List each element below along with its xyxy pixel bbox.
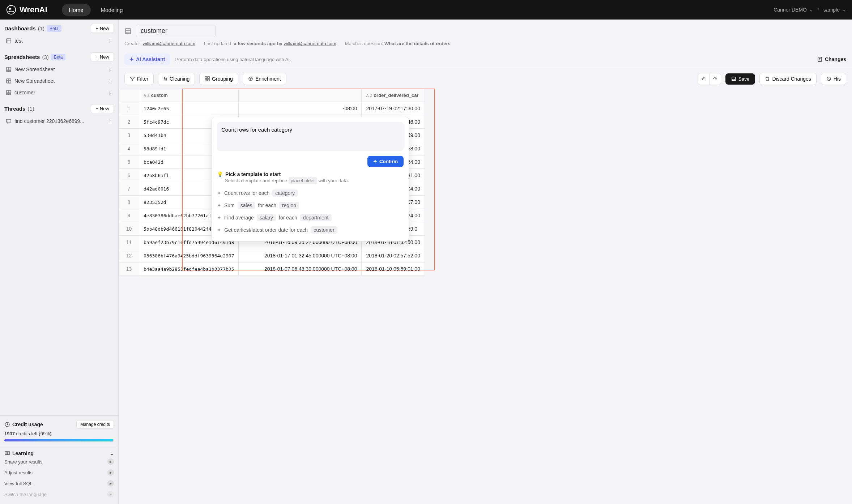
new-thread-button[interactable]: + New bbox=[91, 104, 114, 113]
section-count: (3) bbox=[42, 54, 48, 60]
cell[interactable]: -08:00 bbox=[239, 102, 362, 115]
grouping-button[interactable]: Grouping bbox=[199, 73, 238, 85]
svg-rect-9 bbox=[205, 77, 207, 78]
save-button[interactable]: Save bbox=[725, 73, 755, 85]
brand-logo[interactable]: WrenAI bbox=[6, 4, 47, 15]
more-icon[interactable]: ⋮ bbox=[107, 78, 112, 84]
grid-icon bbox=[205, 76, 210, 81]
svg-rect-10 bbox=[208, 77, 209, 78]
row-number: 2 bbox=[119, 115, 139, 129]
undo-redo-group: ↶ ↷ bbox=[698, 73, 721, 85]
play-icon: ▶ bbox=[107, 469, 114, 476]
row-number: 11 bbox=[119, 236, 139, 249]
nav-tabs: Home Modeling bbox=[62, 4, 130, 16]
template-suggestion[interactable]: ✦ Find average salary for each departmen… bbox=[217, 212, 404, 224]
plus-icon: + bbox=[95, 54, 98, 60]
manage-credits-button[interactable]: Manage credits bbox=[76, 420, 114, 429]
tab-home[interactable]: Home bbox=[62, 4, 91, 16]
sparkle-icon: ✦ bbox=[217, 190, 221, 196]
sparkle-icon: ✦ bbox=[217, 215, 221, 221]
item-label: New Spreadsheet bbox=[14, 67, 55, 72]
sparkle-icon: ✦ bbox=[217, 227, 221, 233]
learning-toggle[interactable]: Learning bbox=[4, 450, 114, 456]
svg-point-1 bbox=[9, 8, 10, 9]
discard-button[interactable]: Discard Changes bbox=[759, 73, 816, 85]
template-suggestion[interactable]: ✦ Get earliest/latest order date for eac… bbox=[217, 224, 404, 236]
spreadsheet-item[interactable]: customer ⋮ bbox=[4, 87, 114, 98]
learning-item[interactable]: View full SQL ▶ bbox=[4, 478, 114, 489]
updated-by-link[interactable]: william@cannerdata.com bbox=[284, 41, 336, 46]
spreadsheet-item[interactable]: New Spreadsheet ⋮ bbox=[4, 75, 114, 87]
cell[interactable]: 2017-07-19 02:17:30.00 bbox=[362, 102, 425, 115]
svg-rect-14 bbox=[733, 79, 735, 81]
enrichment-button[interactable]: Enrichment bbox=[243, 73, 286, 85]
learning-item[interactable]: Adjust results ▶ bbox=[4, 467, 114, 478]
more-icon[interactable]: ⋮ bbox=[107, 90, 112, 95]
spreadsheets-section: Spreadsheets (3) Beta + New New Spreadsh… bbox=[0, 48, 118, 100]
creator-link[interactable]: william@cannerdata.com bbox=[143, 41, 195, 46]
table-row[interactable]: 13 b4e3aa4a9b2853fedfea4ba1b3377b05 2018… bbox=[119, 262, 425, 276]
template-suggestion[interactable]: ✦ Sum sales for each region bbox=[217, 199, 404, 212]
history-button[interactable]: His bbox=[821, 73, 846, 85]
plus-icon: + bbox=[95, 106, 98, 111]
filter-button[interactable]: Filter bbox=[124, 73, 154, 85]
ai-panel: ✦ Confirm 💡 Pick a template to start Sel… bbox=[212, 117, 409, 242]
cell[interactable]: 2018-01-10 05:59:01.00 bbox=[362, 262, 425, 276]
workspace-selector: Canner DEMO / sample bbox=[774, 7, 846, 13]
table-row[interactable]: 12 036386bf476a9425bddf9639364e2907 2018… bbox=[119, 249, 425, 262]
more-icon[interactable]: ⋮ bbox=[107, 38, 112, 44]
dashboard-item[interactable]: test ⋮ bbox=[4, 35, 114, 47]
cell[interactable]: 2018-01-17 01:32:45.000000 UTC+08:00 bbox=[239, 249, 362, 262]
cell[interactable]: 2018-01-07 06:48:39.000000 UTC+08:00 bbox=[239, 262, 362, 276]
template-section: 💡 Pick a template to start Select a temp… bbox=[217, 171, 404, 236]
learning-item[interactable]: Share your results ▶ bbox=[4, 456, 114, 467]
section-title: Spreadsheets bbox=[4, 54, 40, 60]
new-spreadsheet-button[interactable]: + New bbox=[91, 52, 114, 61]
spreadsheet-item[interactable]: New Spreadsheet ⋮ bbox=[4, 64, 114, 75]
row-num-header bbox=[119, 89, 139, 102]
item-label: test bbox=[14, 38, 23, 44]
column-header[interactable]: A-Zorder_delivered_car bbox=[362, 89, 425, 102]
row-number: 10 bbox=[119, 222, 139, 236]
row-number: 13 bbox=[119, 262, 139, 276]
ai-prompt-input[interactable] bbox=[217, 122, 404, 151]
column-header[interactable]: A-Zcustom bbox=[139, 89, 239, 102]
learning-item[interactable]: Switch the language ▶ bbox=[4, 489, 114, 500]
tab-modeling[interactable]: Modeling bbox=[94, 4, 130, 16]
row-number: 4 bbox=[119, 142, 139, 155]
content-area: customer Creator: william@cannerdata.com… bbox=[119, 20, 852, 504]
workspace-dropdown[interactable]: Canner DEMO bbox=[774, 7, 813, 13]
project-dropdown[interactable]: sample bbox=[823, 7, 846, 13]
cell[interactable]: b4e3aa4a9b2853fedfea4ba1b3377b05 bbox=[139, 262, 239, 276]
filter-icon bbox=[130, 76, 135, 81]
credit-text: 1937 credits left (99%) bbox=[4, 431, 114, 436]
ai-assistant-button[interactable]: ✦ AI Assistant bbox=[124, 54, 170, 65]
spreadsheet-icon bbox=[6, 67, 12, 72]
enrich-icon bbox=[248, 76, 253, 81]
confirm-button[interactable]: ✦ Confirm bbox=[367, 156, 404, 167]
cell[interactable]: 036386bf476a9425bddf9639364e2907 bbox=[139, 249, 239, 262]
more-icon[interactable]: ⋮ bbox=[107, 67, 112, 72]
section-title: Dashboards bbox=[4, 25, 36, 31]
meta-row: Creator: william@cannerdata.com Last upd… bbox=[124, 41, 846, 46]
changes-label: Changes bbox=[817, 56, 846, 62]
more-icon[interactable]: ⋮ bbox=[107, 118, 112, 124]
chat-icon bbox=[6, 118, 12, 124]
thread-item[interactable]: find customer 2201362e6899... ⋮ bbox=[4, 115, 114, 127]
sheet-title-input[interactable]: customer bbox=[136, 25, 216, 37]
template-suggestion[interactable]: ✦ Count rows for each category bbox=[217, 187, 404, 199]
table-container[interactable]: A-Zcustom A-Zorder_delivered_car 1 1240c… bbox=[119, 89, 852, 504]
credit-icon bbox=[4, 422, 10, 427]
cell[interactable]: 2018-01-20 02:57:52.00 bbox=[362, 249, 425, 262]
column-header[interactable] bbox=[239, 89, 362, 102]
topbar: WrenAI Home Modeling Canner DEMO / sampl… bbox=[0, 0, 852, 20]
table-row[interactable]: 1 1240c2e65 -08:00 2017-07-19 02:17:30.0… bbox=[119, 102, 425, 115]
credit-progress bbox=[4, 439, 114, 441]
redo-button[interactable]: ↷ bbox=[710, 73, 721, 85]
learning-section: Learning Share your results ▶ Adjust res… bbox=[0, 446, 118, 504]
cell[interactable]: 1240c2e65 bbox=[139, 102, 239, 115]
cleaning-button[interactable]: fx Cleaning bbox=[158, 73, 195, 85]
svg-rect-12 bbox=[208, 79, 209, 81]
new-dashboard-button[interactable]: + New bbox=[91, 24, 114, 33]
undo-button[interactable]: ↶ bbox=[698, 73, 710, 85]
